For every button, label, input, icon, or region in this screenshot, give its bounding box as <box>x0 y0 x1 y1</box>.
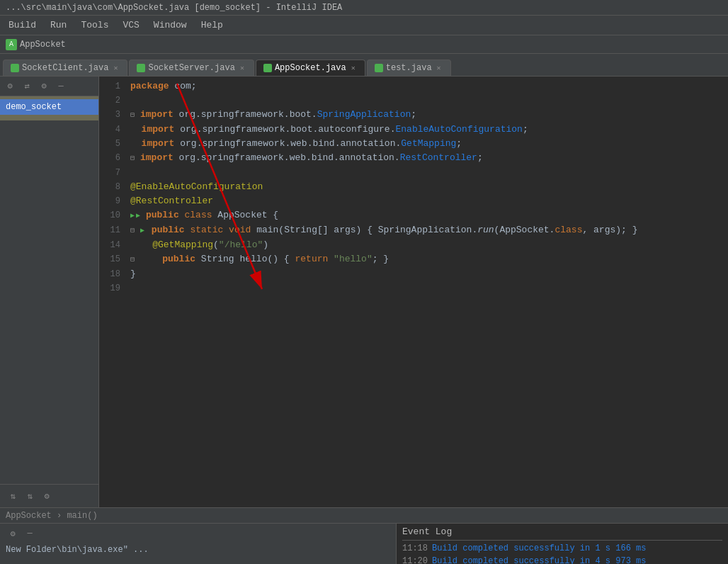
tab-socketserver[interactable]: SocketServer.java ✕ <box>129 60 254 76</box>
title-text: ...\src\main\java\com\AppSocket.java [de… <box>6 3 342 13</box>
breadcrumb-bar: A AppSocket <box>0 35 728 54</box>
code-line-19: 19 <box>99 281 728 295</box>
console-path: New Folder\bin\java.exe" ... <box>6 545 149 555</box>
menu-help[interactable]: Help <box>195 18 229 32</box>
log-time-0: 11:18 <box>402 543 428 553</box>
bottom-area: ⚙ — New Folder\bin\java.exe" ... Event L… <box>0 523 728 564</box>
bottom-left-panel: ⚙ — New Folder\bin\java.exe" ... <box>0 524 397 564</box>
footer-breadcrumb-text: AppSocket › main() <box>6 511 98 521</box>
code-line-3: 3 ⊟import org.springframework.boot.Sprin… <box>99 108 728 123</box>
bottom-left-toolbar: ⚙ — <box>6 526 390 541</box>
title-bar: ...\src\main\java\com\AppSocket.java [de… <box>0 0 728 16</box>
code-line-6: 6 ⊟import org.springframework.web.bind.a… <box>99 151 728 166</box>
sidebar-close-btn[interactable]: — <box>54 79 68 94</box>
sidebar-highlight3 <box>0 118 98 120</box>
event-log-title: Event Log <box>402 526 722 541</box>
tab-icon-test <box>375 64 383 72</box>
sidebar: ⚙ ⇄ ⚙ — demo_socket ⇅ ⇅ ⚙ <box>0 77 99 507</box>
menu-build[interactable]: Build <box>3 18 42 32</box>
console-output: New Folder\bin\java.exe" ... <box>6 543 390 556</box>
menu-vcs[interactable]: VCS <box>117 18 144 32</box>
code-line-1: 1 package com; <box>99 79 728 94</box>
code-line-15: 15 ⊟ public String hello() { return "hel… <box>99 252 728 267</box>
sidebar-gear-btn[interactable]: ⚙ <box>37 79 51 94</box>
code-line-7: 7 <box>99 166 728 180</box>
sidebar-item-label: demo_socket <box>6 102 62 112</box>
sidebar-item-demo-socket[interactable]: demo_socket <box>0 99 98 115</box>
tab-close-socketclient[interactable]: ✕ <box>111 63 120 73</box>
log-text-1[interactable]: Build completed successfully in 4 s 973 … <box>432 556 646 564</box>
bottom-collapse-btn[interactable]: ⇅ <box>23 489 37 503</box>
tab-label-socketserver: SocketServer.java <box>148 63 234 73</box>
tab-label-test: test.java <box>386 63 432 73</box>
tab-label-appsocket: AppSocket.java <box>275 63 346 73</box>
tab-close-appsocket[interactable]: ✕ <box>349 63 358 73</box>
code-line-4: 4 import org.springframework.boot.autoco… <box>99 123 728 137</box>
tab-close-socketserver[interactable]: ✕ <box>238 63 246 73</box>
log-time-1: 11:20 <box>402 556 428 564</box>
code-line-9: 9 @RestController <box>99 194 728 208</box>
sidebar-sync-btn[interactable]: ⇄ <box>20 79 34 94</box>
main-layout: ⚙ ⇄ ⚙ — demo_socket ⇅ ⇅ ⚙ 1 package com; <box>0 77 728 507</box>
event-log-panel: Event Log 11:18 Build completed successf… <box>397 524 728 564</box>
code-line-18: 18 } <box>99 267 728 281</box>
sidebar-toolbar: ⚙ ⇄ ⚙ — <box>0 77 98 96</box>
bottom-settings2-btn[interactable]: ⚙ <box>40 489 54 503</box>
menu-tools[interactable]: Tools <box>75 18 114 32</box>
tab-label-socketclient: SocketClient.java <box>22 63 108 73</box>
bottom-settings-btn[interactable]: ⚙ <box>6 526 20 541</box>
bottom-sort-btn[interactable]: ⇅ <box>6 489 20 503</box>
code-line-10: 10 ▶▶ public class AppSocket { <box>99 208 728 223</box>
code-line-14: 14 @GetMapping("/hello") <box>99 238 728 252</box>
footer-breadcrumb: AppSocket › main() <box>0 507 728 523</box>
bottom-minus-btn[interactable]: — <box>23 526 37 541</box>
code-line-11: 11 ⊟▶ public static void main(String[] a… <box>99 223 728 238</box>
tab-socketclient[interactable]: SocketClient.java ✕ <box>3 60 127 76</box>
code-lines: 1 package com; 2 3 ⊟import org.springfra… <box>99 77 728 298</box>
tab-appsocket[interactable]: AppSocket.java ✕ <box>256 60 365 76</box>
menu-bar: Build Run Tools VCS Window Help <box>0 16 728 35</box>
log-entry-1: 11:20 Build completed successfully in 4 … <box>402 556 722 564</box>
code-line-8: 8 @EnableAutoConfiguration <box>99 180 728 194</box>
code-line-5: 5 import org.springframework.web.bind.an… <box>99 137 728 151</box>
tab-icon-appsocket <box>263 64 272 72</box>
tab-icon-socketclient <box>11 64 19 72</box>
log-text-0[interactable]: Build completed successfully in 1 s 166 … <box>432 543 646 553</box>
menu-window[interactable]: Window <box>148 18 193 32</box>
tab-icon-socketserver <box>137 64 145 72</box>
tab-test[interactable]: test.java ✕ <box>367 60 451 76</box>
menu-run[interactable]: Run <box>45 18 72 32</box>
tab-close-test[interactable]: ✕ <box>435 63 443 73</box>
breadcrumb-project: AppSocket <box>20 40 66 50</box>
project-icon: A <box>6 39 17 50</box>
code-line-2: 2 <box>99 94 728 108</box>
code-area[interactable]: 1 package com; 2 3 ⊟import org.springfra… <box>99 77 728 507</box>
sidebar-settings-btn[interactable]: ⚙ <box>3 79 17 94</box>
tab-bar: SocketClient.java ✕ SocketServer.java ✕ … <box>0 54 728 77</box>
log-entry-0: 11:18 Build completed successfully in 1 … <box>402 543 722 553</box>
